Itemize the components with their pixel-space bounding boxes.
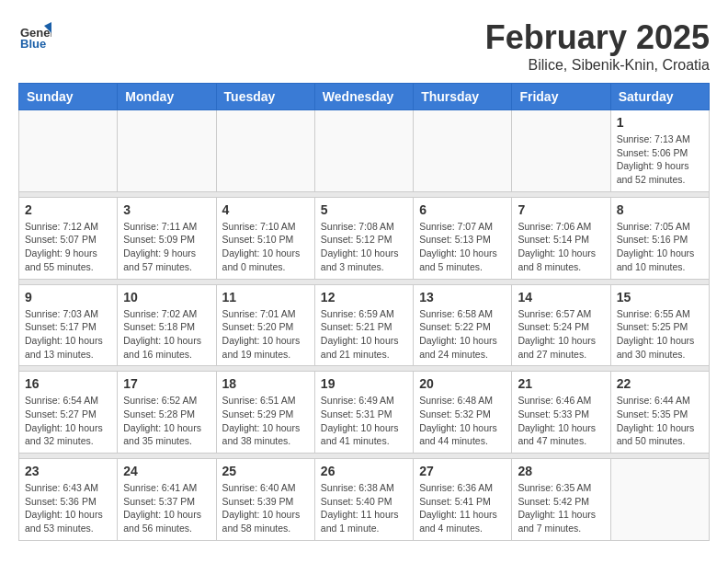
calendar-day: 19Sunrise: 6:49 AM Sunset: 5:31 PM Dayli… xyxy=(314,372,413,454)
col-sunday: Sunday xyxy=(19,84,118,110)
day-info: Sunrise: 6:51 AM Sunset: 5:29 PM Dayligh… xyxy=(222,394,309,448)
calendar-day: 7Sunrise: 7:06 AM Sunset: 5:14 PM Daylig… xyxy=(512,197,610,279)
calendar-week-row: 23Sunrise: 6:43 AM Sunset: 5:36 PM Dayli… xyxy=(19,459,710,541)
logo-icon: General Blue xyxy=(18,18,51,52)
calendar-week-row: 1Sunrise: 7:13 AM Sunset: 5:06 PM Daylig… xyxy=(19,110,710,192)
day-number: 12 xyxy=(321,290,407,304)
day-number: 16 xyxy=(25,376,111,391)
month-title: February 2025 xyxy=(485,18,710,57)
day-info: Sunrise: 7:07 AM Sunset: 5:13 PM Dayligh… xyxy=(419,220,506,274)
calendar-day xyxy=(19,110,118,192)
calendar-day: 10Sunrise: 7:02 AM Sunset: 5:18 PM Dayli… xyxy=(118,284,216,366)
calendar-day: 12Sunrise: 6:59 AM Sunset: 5:21 PM Dayli… xyxy=(314,284,413,366)
calendar-day: 4Sunrise: 7:10 AM Sunset: 5:10 PM Daylig… xyxy=(216,197,314,279)
logo: General Blue xyxy=(18,18,55,52)
calendar-day: 14Sunrise: 6:57 AM Sunset: 5:24 PM Dayli… xyxy=(512,284,610,366)
calendar-day xyxy=(512,110,610,192)
day-number: 17 xyxy=(123,376,210,391)
day-info: Sunrise: 7:10 AM Sunset: 5:10 PM Dayligh… xyxy=(222,220,309,274)
title-area: February 2025 Bilice, Sibenik-Knin, Croa… xyxy=(485,18,710,74)
calendar-day xyxy=(118,110,216,192)
day-number: 8 xyxy=(617,202,703,217)
calendar-day xyxy=(414,110,512,192)
calendar-day: 13Sunrise: 6:58 AM Sunset: 5:22 PM Dayli… xyxy=(414,284,512,366)
day-info: Sunrise: 6:40 AM Sunset: 5:39 PM Dayligh… xyxy=(222,481,309,535)
calendar-day xyxy=(314,110,413,192)
day-info: Sunrise: 6:54 AM Sunset: 5:27 PM Dayligh… xyxy=(25,394,111,448)
day-number: 18 xyxy=(222,376,309,391)
day-number: 27 xyxy=(419,464,506,478)
calendar-day: 23Sunrise: 6:43 AM Sunset: 5:36 PM Dayli… xyxy=(19,459,118,541)
calendar-day: 11Sunrise: 7:01 AM Sunset: 5:20 PM Dayli… xyxy=(216,284,314,366)
calendar-day: 1Sunrise: 7:13 AM Sunset: 5:06 PM Daylig… xyxy=(610,110,709,192)
calendar-week-row: 9Sunrise: 7:03 AM Sunset: 5:17 PM Daylig… xyxy=(19,284,710,366)
day-info: Sunrise: 7:01 AM Sunset: 5:20 PM Dayligh… xyxy=(222,307,309,362)
day-number: 2 xyxy=(25,202,111,217)
day-info: Sunrise: 6:57 AM Sunset: 5:24 PM Dayligh… xyxy=(518,307,604,362)
day-number: 14 xyxy=(518,290,604,304)
day-number: 28 xyxy=(518,464,604,478)
calendar-day: 27Sunrise: 6:36 AM Sunset: 5:41 PM Dayli… xyxy=(414,459,512,541)
col-thursday: Thursday xyxy=(414,84,512,110)
day-info: Sunrise: 6:59 AM Sunset: 5:21 PM Dayligh… xyxy=(321,307,407,362)
day-info: Sunrise: 6:49 AM Sunset: 5:31 PM Dayligh… xyxy=(321,394,407,448)
day-number: 13 xyxy=(419,290,506,304)
location-subtitle: Bilice, Sibenik-Knin, Croatia xyxy=(485,57,710,74)
calendar-day: 8Sunrise: 7:05 AM Sunset: 5:16 PM Daylig… xyxy=(610,197,709,279)
calendar-day: 26Sunrise: 6:38 AM Sunset: 5:40 PM Dayli… xyxy=(314,459,413,541)
day-info: Sunrise: 6:38 AM Sunset: 5:40 PM Dayligh… xyxy=(321,481,407,535)
calendar-day: 21Sunrise: 6:46 AM Sunset: 5:33 PM Dayli… xyxy=(512,372,610,454)
calendar-day: 20Sunrise: 6:48 AM Sunset: 5:32 PM Dayli… xyxy=(414,372,512,454)
day-number: 24 xyxy=(123,464,210,478)
day-info: Sunrise: 7:02 AM Sunset: 5:18 PM Dayligh… xyxy=(123,307,210,362)
day-number: 7 xyxy=(518,202,604,217)
calendar-header-row: Sunday Monday Tuesday Wednesday Thursday… xyxy=(19,84,710,110)
day-info: Sunrise: 7:06 AM Sunset: 5:14 PM Dayligh… xyxy=(518,220,604,274)
day-info: Sunrise: 6:43 AM Sunset: 5:36 PM Dayligh… xyxy=(25,481,111,535)
calendar-day: 25Sunrise: 6:40 AM Sunset: 5:39 PM Dayli… xyxy=(216,459,314,541)
day-info: Sunrise: 7:13 AM Sunset: 5:06 PM Dayligh… xyxy=(617,132,703,187)
calendar-day: 2Sunrise: 7:12 AM Sunset: 5:07 PM Daylig… xyxy=(19,197,118,279)
calendar-day: 18Sunrise: 6:51 AM Sunset: 5:29 PM Dayli… xyxy=(216,372,314,454)
day-number: 19 xyxy=(321,376,407,391)
day-number: 3 xyxy=(123,202,210,217)
col-tuesday: Tuesday xyxy=(216,84,314,110)
calendar-day: 3Sunrise: 7:11 AM Sunset: 5:09 PM Daylig… xyxy=(118,197,216,279)
col-wednesday: Wednesday xyxy=(314,84,413,110)
calendar-week-row: 2Sunrise: 7:12 AM Sunset: 5:07 PM Daylig… xyxy=(19,197,710,279)
day-info: Sunrise: 6:44 AM Sunset: 5:35 PM Dayligh… xyxy=(617,394,703,448)
day-info: Sunrise: 7:12 AM Sunset: 5:07 PM Dayligh… xyxy=(25,220,111,274)
calendar-day: 28Sunrise: 6:35 AM Sunset: 5:42 PM Dayli… xyxy=(512,459,610,541)
calendar-day: 6Sunrise: 7:07 AM Sunset: 5:13 PM Daylig… xyxy=(414,197,512,279)
day-number: 21 xyxy=(518,376,604,391)
day-info: Sunrise: 6:41 AM Sunset: 5:37 PM Dayligh… xyxy=(123,481,210,535)
col-saturday: Saturday xyxy=(610,84,709,110)
calendar-week-row: 16Sunrise: 6:54 AM Sunset: 5:27 PM Dayli… xyxy=(19,372,710,454)
calendar-day: 16Sunrise: 6:54 AM Sunset: 5:27 PM Dayli… xyxy=(19,372,118,454)
calendar-day xyxy=(610,459,709,541)
day-number: 4 xyxy=(222,202,309,217)
calendar-day: 15Sunrise: 6:55 AM Sunset: 5:25 PM Dayli… xyxy=(610,284,709,366)
day-info: Sunrise: 7:05 AM Sunset: 5:16 PM Dayligh… xyxy=(617,220,703,274)
calendar-day: 5Sunrise: 7:08 AM Sunset: 5:12 PM Daylig… xyxy=(314,197,413,279)
page-header: General Blue February 2025 Bilice, Siben… xyxy=(18,18,710,74)
day-info: Sunrise: 6:36 AM Sunset: 5:41 PM Dayligh… xyxy=(419,481,506,535)
day-info: Sunrise: 6:55 AM Sunset: 5:25 PM Dayligh… xyxy=(617,307,703,362)
day-number: 23 xyxy=(25,464,111,478)
day-number: 1 xyxy=(617,115,703,130)
calendar-day xyxy=(216,110,314,192)
day-info: Sunrise: 7:11 AM Sunset: 5:09 PM Dayligh… xyxy=(123,220,210,274)
col-monday: Monday xyxy=(118,84,216,110)
day-number: 11 xyxy=(222,290,309,304)
day-info: Sunrise: 7:03 AM Sunset: 5:17 PM Dayligh… xyxy=(25,307,111,362)
day-info: Sunrise: 6:35 AM Sunset: 5:42 PM Dayligh… xyxy=(518,481,604,535)
day-number: 6 xyxy=(419,202,506,217)
col-friday: Friday xyxy=(512,84,610,110)
day-number: 9 xyxy=(25,290,111,304)
day-info: Sunrise: 6:52 AM Sunset: 5:28 PM Dayligh… xyxy=(123,394,210,448)
day-number: 5 xyxy=(321,202,407,217)
day-number: 20 xyxy=(419,376,506,391)
calendar-day: 24Sunrise: 6:41 AM Sunset: 5:37 PM Dayli… xyxy=(118,459,216,541)
calendar-table: Sunday Monday Tuesday Wednesday Thursday… xyxy=(18,83,710,541)
day-info: Sunrise: 6:48 AM Sunset: 5:32 PM Dayligh… xyxy=(419,394,506,448)
